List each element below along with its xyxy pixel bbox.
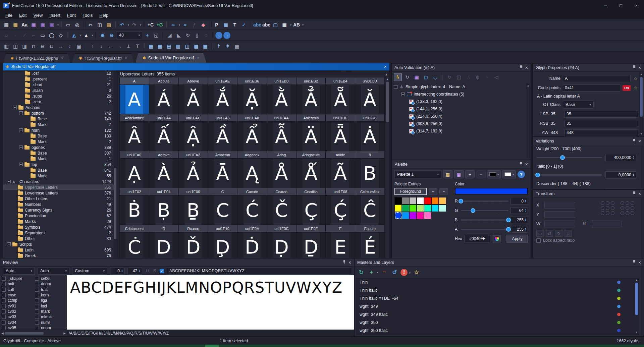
tab-ftswing-glyphs[interactable]: FtSwing-1.322.glyphs xyxy=(3,53,70,63)
glyph-cell[interactable]: uni1EAE Ắ xyxy=(208,77,237,114)
checkbox-icon[interactable] xyxy=(35,326,39,330)
tree-expander-icon[interactable] xyxy=(19,146,23,149)
tab-sudo-ui-var[interactable]: Sudo UI Var Regular.otf xyxy=(136,53,206,63)
nodes-fix-button[interactable]: ∴ xyxy=(464,73,472,81)
intersecting-coordinate-row[interactable]: (314,7, 192,0) xyxy=(394,127,531,135)
menu-item[interactable]: Edit xyxy=(16,12,30,19)
glyph-name-input[interactable]: A xyxy=(563,75,631,82)
space-horizontal-button[interactable]: ↔ xyxy=(57,42,65,50)
space-vertical-button[interactable]: ↕ xyxy=(66,42,74,50)
pin-icon[interactable] xyxy=(633,65,636,70)
align-bottom-button[interactable]: ⊔ xyxy=(48,42,56,50)
checkbox-icon[interactable] xyxy=(35,288,39,292)
tree-scrollbar[interactable] xyxy=(114,70,117,258)
glyph-cell[interactable]: Ccircumflex Ĉ xyxy=(355,188,385,225)
spelling-button[interactable]: abc xyxy=(262,21,270,29)
lock-aspect-checkbox[interactable] xyxy=(536,238,541,243)
palette-swatch[interactable] xyxy=(394,212,402,219)
wand-masters-button[interactable]: ☆ xyxy=(413,268,421,276)
tab-ftswing-regular[interactable]: FtSwing-Regular.ttf xyxy=(72,53,134,63)
glyph-cell[interactable]: uni1E02 Ḃ xyxy=(120,188,149,225)
paste-button[interactable]: ▤ xyxy=(105,21,113,29)
menu-item[interactable]: Help xyxy=(96,12,112,19)
checkbox-icon[interactable] xyxy=(35,282,39,286)
glyph-cell[interactable]: Abreve Ă xyxy=(179,77,208,114)
tree-item[interactable]: .osf 12 xyxy=(3,70,114,76)
browser-preview-button[interactable]: ▢ xyxy=(271,21,279,29)
previous-glyph-button[interactable]: ← xyxy=(215,32,222,39)
glyph-cell[interactable]: Aringacute Ǻ xyxy=(297,151,326,188)
spinner-icon[interactable] xyxy=(121,269,123,273)
menu-item[interactable]: Font xyxy=(64,12,79,19)
menu-item[interactable]: Insert xyxy=(46,12,64,19)
align-top-button[interactable]: ⊓ xyxy=(30,42,38,50)
slider-thumb[interactable] xyxy=(560,155,565,160)
draw-ellipse-button[interactable]: ◯ xyxy=(48,31,56,39)
shift-right-button[interactable]: → xyxy=(115,42,123,50)
pan-button[interactable]: + xyxy=(143,31,151,39)
copy-button[interactable]: ◫ xyxy=(96,21,104,29)
find-glyph-button[interactable]: ◎ xyxy=(73,21,81,29)
feature-checkbox-row[interactable]: cv06 xyxy=(35,276,68,281)
glyph-cell[interactable]: uni1EB6 Ặ xyxy=(237,77,267,114)
rotate-fix-button[interactable]: ↻ xyxy=(445,73,453,81)
scroll-up-icon[interactable]: ▲ xyxy=(386,77,389,81)
reset-transform-icon[interactable]: ↻ xyxy=(555,230,562,237)
glyph-cell[interactable]: Ccaron Č xyxy=(267,188,297,225)
intersecting-coordinate-row[interactable]: (303,9, 256,0) xyxy=(394,120,531,127)
palette-swatch[interactable] xyxy=(402,212,409,219)
autonaming-button[interactable]: abc xyxy=(253,21,261,29)
fill-preview-button[interactable]: ◭ xyxy=(70,31,78,39)
tree-expander-icon[interactable] xyxy=(19,163,23,166)
opentype-designer-button[interactable]: ▦ xyxy=(222,21,230,29)
glyph-grid-view-button[interactable]: ▦ xyxy=(147,42,155,50)
duplicate-fix-button[interactable]: ◫ xyxy=(455,73,463,81)
axis-slider[interactable] xyxy=(536,174,602,176)
checkbox-icon[interactable] xyxy=(35,321,39,325)
tree-item[interactable]: Characters 1424 xyxy=(3,179,114,184)
toolbar-icon[interactable] xyxy=(96,32,96,39)
spinner-icon[interactable] xyxy=(525,199,527,203)
pin-icon[interactable] xyxy=(633,139,636,143)
tree-item[interactable]: Mark 2 xyxy=(3,139,114,144)
new-font-button[interactable]: ▤ xyxy=(2,21,10,29)
glyph-cell[interactable]: uni1E10 Ḑ xyxy=(208,225,237,258)
glyph-transformer-button[interactable]: ▩ xyxy=(280,21,288,29)
tree-item[interactable]: .sups 26 xyxy=(3,93,114,99)
outline-tool-button[interactable]: ▯ xyxy=(193,31,201,39)
refresh-validation-button[interactable]: ↻ xyxy=(403,73,411,81)
metric-input[interactable]: 35 xyxy=(565,120,638,127)
glyph-cell[interactable]: C C xyxy=(208,188,237,225)
feature-checkbox-row[interactable]: dnom xyxy=(35,281,68,287)
glyph-cell[interactable]: uni01DE Ǟ xyxy=(326,114,355,151)
master-layer-row[interactable]: Thin Italic YTDE=-64 xyxy=(356,294,639,302)
spinner-icon[interactable] xyxy=(525,218,527,222)
metric-input[interactable]: 35 xyxy=(565,111,638,118)
ellipse-tool-button[interactable]: ◌ xyxy=(202,31,210,39)
rotate-tool-button[interactable]: ↻ xyxy=(184,31,192,39)
masters-scrollbar[interactable]: ▲▼ xyxy=(635,278,639,335)
tree-expander-icon[interactable] xyxy=(13,106,17,109)
tree-item[interactable]: Other 30 xyxy=(3,236,114,241)
glyph-cell[interactable]: uni1E0A Ḋ xyxy=(237,225,267,258)
tree-item[interactable]: Symbols 474 xyxy=(3,224,114,230)
glyph-cell[interactable]: uni1EB2 Ẳ xyxy=(297,77,326,114)
problems-button[interactable]: ! xyxy=(400,269,408,276)
features-scrollbar[interactable]: ◀ ▶ xyxy=(0,330,67,336)
feature-checkbox-row[interactable]: mkmk xyxy=(35,314,68,320)
glyph-cell[interactable]: Aring Å xyxy=(267,151,297,188)
validation-root-row[interactable]: A Simple glyph index: 4 - Name: A xyxy=(394,83,531,91)
feature-checkbox-row[interactable]: calt xyxy=(2,287,35,292)
axis-slider[interactable] xyxy=(536,157,602,158)
glyph-cell[interactable]: uni1EAA Ẫ xyxy=(267,114,297,151)
toolbar-icon[interactable] xyxy=(85,43,86,49)
feature-checkbox-row[interactable]: kern xyxy=(35,292,68,298)
text-page-button[interactable]: T xyxy=(231,21,239,29)
checkbox-icon[interactable] xyxy=(2,288,6,292)
tree-item[interactable]: .percent 1 xyxy=(3,76,114,82)
checkbox-icon[interactable] xyxy=(2,321,6,325)
add-palette-button[interactable]: + xyxy=(465,170,475,178)
palette-swatch[interactable] xyxy=(402,197,409,205)
font-info-button[interactable]: P xyxy=(213,21,221,29)
background-color-button[interactable] xyxy=(502,170,516,178)
